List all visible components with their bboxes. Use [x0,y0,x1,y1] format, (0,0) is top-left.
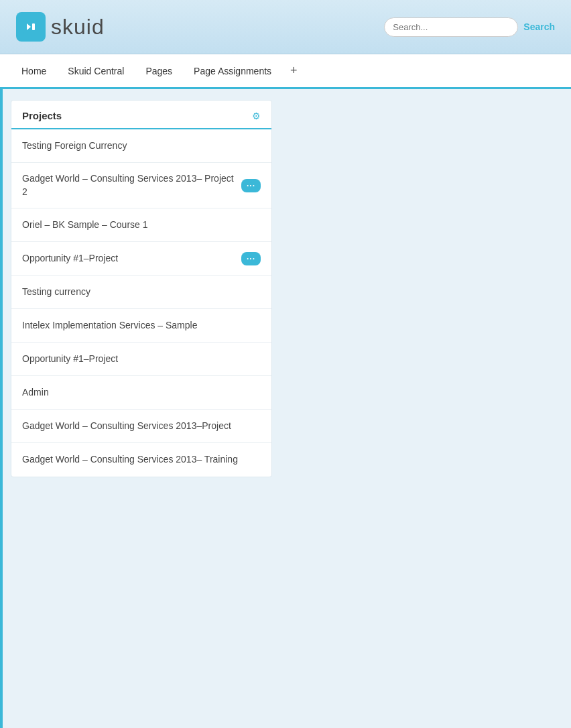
left-accent-bar [0,87,3,728]
nav-item-home[interactable]: Home [11,56,57,86]
list-item[interactable]: Testing Foreign Currency [11,129,271,163]
project-name: Opportunity #1–Project [22,252,236,265]
logo-icon [16,12,46,42]
list-item[interactable]: Gadget World – Consulting Services 2013–… [11,443,271,477]
item-badge[interactable]: ··· [241,179,261,192]
logo-area: skuid [16,12,105,42]
search-area: Search [384,17,555,37]
panel-title: Projects [22,110,62,121]
projects-panel: Projects ⚙ Testing Foreign CurrencyGadge… [11,100,272,477]
project-name: Gadget World – Consulting Services 2013–… [22,172,236,198]
project-name: Gadget World – Consulting Services 2013–… [22,420,261,433]
project-name: Gadget World – Consulting Services 2013–… [22,453,261,467]
project-name: Intelex Implementation Services – Sample [22,319,261,332]
svg-rect-1 [32,23,35,30]
nav-add-button[interactable]: + [282,54,306,87]
project-list: Testing Foreign CurrencyGadget World – C… [11,129,271,477]
search-input[interactable] [384,17,518,37]
list-item[interactable]: Gadget World – Consulting Services 2013–… [11,410,271,443]
nav-item-pages[interactable]: Pages [135,56,183,86]
item-badge[interactable]: ··· [241,252,261,265]
project-name: Opportunity #1–Project [22,353,261,366]
list-item[interactable]: Oriel – BK Sample – Course 1 [11,208,271,242]
project-name: Testing Foreign Currency [22,139,261,153]
list-item[interactable]: Opportunity #1–Project··· [11,242,271,276]
project-name: Oriel – BK Sample – Course 1 [22,219,261,232]
gear-icon[interactable]: ⚙ [252,111,261,121]
list-item[interactable]: Testing currency [11,276,271,309]
main-content: Projects ⚙ Testing Foreign CurrencyGadge… [0,89,571,728]
list-item[interactable]: Opportunity #1–Project [11,343,271,376]
project-name: Admin [22,386,261,400]
list-item[interactable]: Intelex Implementation Services – Sample [11,309,271,343]
logo-text: skuid [51,15,105,40]
nav-item-page-assignments[interactable]: Page Assignments [183,56,282,86]
search-button[interactable]: Search [523,21,555,32]
list-item[interactable]: Admin [11,376,271,410]
nav-item-skuid-central[interactable]: Skuid Central [57,56,135,86]
list-item[interactable]: Gadget World – Consulting Services 2013–… [11,163,271,208]
app-header: skuid Search [0,0,571,54]
panel-header: Projects ⚙ [11,101,271,129]
navbar: Home Skuid Central Pages Page Assignment… [0,54,571,89]
project-name: Testing currency [22,286,261,299]
